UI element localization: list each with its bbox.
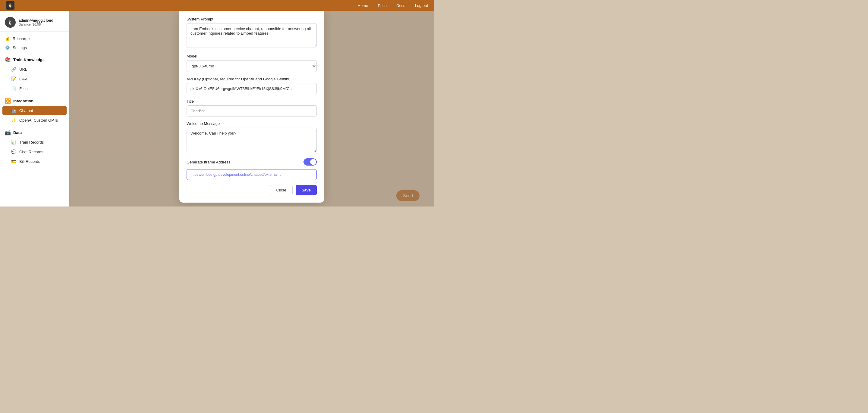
user-balance: Balance: $6.98 — [19, 23, 53, 26]
model-select[interactable]: gpt-3.5-turbo gpt-4 gpt-4-turbo gemini-p… — [187, 60, 317, 72]
system-prompt-input[interactable]: I am Embed's customer service chatbot, r… — [187, 23, 317, 48]
train-knowledge-label: Train Knowledge — [13, 58, 44, 62]
files-label: Files — [19, 87, 27, 91]
iframe-url-input[interactable] — [187, 169, 317, 180]
generate-iframe-label: Generate Iframe Address — [187, 160, 230, 164]
welcome-message-input[interactable]: Welcome, Can I help you? — [187, 128, 317, 152]
sidebar-item-bill-records[interactable]: 💳 Bill Records — [0, 157, 69, 166]
settings-icon: ⚙️ — [5, 45, 10, 50]
section-integration: 🔀 Integration 🤖 Chatbot ✨ OpenAI Custom … — [0, 96, 69, 125]
close-button[interactable]: Close — [270, 185, 292, 195]
sidebar-item-recharge[interactable]: 💰 Recharge — [0, 34, 69, 43]
username: admin@mggg.cloud — [19, 19, 53, 23]
chatbot-icon: 🤖 — [11, 108, 16, 113]
welcome-message-group: Welcome Message Welcome, Can I help you? — [187, 121, 317, 153]
data-icon: 🗃️ — [5, 130, 11, 135]
api-key-label: API Key (Optional, required for OpenAI a… — [187, 77, 317, 81]
sidebar-item-train-records[interactable]: 📊 Train Records — [0, 137, 69, 147]
integration-header: 🔀 Integration — [0, 96, 69, 106]
title-label: Title — [187, 99, 317, 104]
train-knowledge-header: 📚 Train Knowledge — [0, 55, 69, 64]
model-group: Model gpt-3.5-turbo gpt-4 gpt-4-turbo ge… — [187, 54, 317, 72]
bill-records-label: Bill Records — [19, 159, 40, 164]
chat-records-icon: 💬 — [11, 149, 16, 154]
title-group: Title — [187, 99, 317, 116]
url-icon: 🔗 — [11, 67, 16, 72]
modal-footer: Close Save — [187, 185, 317, 195]
data-label: Data — [13, 130, 22, 135]
nav-docs[interactable]: Docs — [396, 3, 405, 8]
api-key-group: API Key (Optional, required for OpenAI a… — [187, 77, 317, 94]
url-label: URL — [19, 67, 27, 72]
nav-logout[interactable]: Log out — [415, 3, 428, 8]
data-header: 🗃️ Data — [0, 128, 69, 137]
sidebar-item-settings[interactable]: ⚙️ Settings — [0, 43, 69, 52]
train-knowledge-icon: 📚 — [5, 57, 11, 63]
chatbot-label: Chatbot — [19, 108, 33, 113]
logo-icon: 🐧 — [6, 1, 14, 10]
sidebar-item-qa[interactable]: 📝 Q&A — [0, 74, 69, 84]
sidebar-item-url[interactable]: 🔗 URL — [0, 64, 69, 74]
settings-modal: System Prompt I am Embed's customer serv… — [179, 11, 324, 203]
sidebar-item-openai-gpts[interactable]: ✨ OpenAI Custom GPTs — [0, 115, 69, 125]
sidebar-item-files[interactable]: 📄 Files — [0, 84, 69, 93]
user-info: admin@mggg.cloud Balance: $6.98 — [19, 19, 53, 26]
files-icon: 📄 — [11, 86, 16, 91]
avatar: 🐧 — [5, 17, 16, 28]
integration-label: Integration — [13, 99, 33, 103]
bill-records-icon: 💳 — [11, 159, 16, 164]
api-key-input[interactable] — [187, 83, 317, 94]
settings-label: Settings — [13, 45, 27, 50]
integration-icon: 🔀 — [5, 98, 11, 104]
sidebar-item-chat-records[interactable]: 💬 Chat Records — [0, 147, 69, 157]
recharge-icon: 💰 — [5, 36, 10, 41]
content-area: System Prompt I am Embed's customer serv… — [69, 11, 434, 207]
topbar: 🐧 Home Price Docs Log out — [0, 0, 434, 11]
title-input[interactable] — [187, 105, 317, 116]
generate-iframe-row: Generate Iframe Address — [187, 158, 317, 166]
train-records-icon: 📊 — [11, 139, 16, 145]
save-button[interactable]: Save — [296, 185, 317, 195]
topbar-nav: Home Price Docs Log out — [358, 3, 428, 8]
train-records-label: Train Records — [19, 140, 44, 144]
section-data: 🗃️ Data 📊 Train Records 💬 Chat Records 💳… — [0, 128, 69, 166]
recharge-label: Recharge — [13, 36, 30, 41]
generate-iframe-toggle[interactable] — [304, 158, 317, 166]
nav-price[interactable]: Price — [378, 3, 387, 8]
welcome-message-label: Welcome Message — [187, 121, 317, 126]
qa-icon: 📝 — [11, 76, 16, 81]
main-layout: 🐧 admin@mggg.cloud Balance: $6.98 💰 Rech… — [0, 11, 434, 207]
sidebar-user: 🐧 admin@mggg.cloud Balance: $6.98 — [0, 14, 69, 32]
sidebar: 🐧 admin@mggg.cloud Balance: $6.98 💰 Rech… — [0, 11, 69, 207]
sidebar-item-chatbot[interactable]: 🤖 Chatbot — [2, 106, 67, 115]
system-prompt-label: System Prompt — [187, 17, 317, 21]
openai-gpts-label: OpenAI Custom GPTs — [19, 118, 58, 123]
chat-records-label: Chat Records — [19, 149, 43, 154]
model-label: Model — [187, 54, 317, 58]
section-train-knowledge: 📚 Train Knowledge 🔗 URL 📝 Q&A 📄 Files — [0, 55, 69, 93]
nav-home[interactable]: Home — [358, 3, 368, 8]
iframe-url-group — [187, 169, 317, 180]
system-prompt-group: System Prompt I am Embed's customer serv… — [187, 17, 317, 49]
openai-gpts-icon: ✨ — [11, 117, 16, 123]
qa-label: Q&A — [19, 77, 27, 81]
